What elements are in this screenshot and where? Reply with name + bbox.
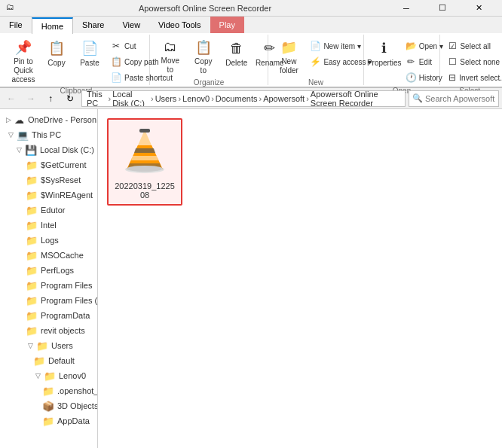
move-to-label: Move to [160,56,181,75]
history-label: History [419,74,442,82]
sidebar-item-perflogs[interactable]: 📁 PerfLogs [0,263,97,278]
folder-icon: 📁 [36,340,48,352]
folder-icon: 📁 [26,279,38,291]
sidebar-item-onedrive[interactable]: ▷ ☁ OneDrive - Person... [0,112,97,127]
properties-button[interactable]: ℹ Properties [369,36,400,77]
maximize-button[interactable]: ☐ [425,0,460,17]
tab-home[interactable]: Home [32,17,73,34]
ribbon-tabs: File Home Share View Video Tools Play [0,17,502,33]
copy-label: Copy [47,59,65,68]
sidebar-label: Default [48,356,75,365]
copy-icon: 📋 [47,39,66,57]
select-none-icon: ☐ [448,56,457,67]
select-none-label: Select none [460,58,500,66]
select-all-icon: ☑ [448,41,457,51]
close-button[interactable]: ✕ [461,0,496,17]
sidebar-item-programfiles[interactable]: 📁 Program Files [0,278,97,293]
paste-shortcut-icon: 📄 [111,72,121,83]
sidebar-item-programdata[interactable]: 📁 ProgramData [0,308,97,323]
sidebar-item-getcurrent[interactable]: 📁 $GetCurrent [0,157,97,172]
sidebar-item-openshotc[interactable]: 📁 .openshot_c... [0,383,97,398]
path-part: This PC [87,90,106,107]
new-folder-label: New folder [278,57,299,75]
folder-icon: 📁 [26,264,38,276]
sidebar-item-edutor[interactable]: 📁 Edutor [0,203,97,218]
cut-label: Cut [124,42,136,50]
delete-icon: 🗑 [228,39,246,57]
folder-icon: 📁 [26,234,38,246]
sidebar-label: PerfLogs [41,266,74,275]
tab-share[interactable]: Share [73,17,113,33]
sidebar-label: Program Files [41,281,92,290]
folder-icon: 📁 [42,415,54,427]
back-button[interactable]: ← [3,90,20,107]
sidebar-item-users[interactable]: ▽ 📁 Users [0,338,97,353]
paste-button[interactable]: 📄 Paste [74,36,106,77]
folder-icon: 📁 [26,189,38,201]
folder-icon: 📁 [26,159,38,171]
sidebar-item-logs[interactable]: 📁 Logs [0,233,97,248]
3dobjects-icon: 📦 [42,400,54,412]
sidebar-item-intel[interactable]: 📁 Intel [0,218,97,233]
folder-icon: 📁 [26,294,38,306]
invert-selection-button[interactable]: ⊟ Invert select... [445,70,494,85]
new-item-label: New item ▾ [323,42,360,50]
folder-icon: 📁 [44,370,56,382]
search-input[interactable] [425,94,495,103]
tab-play[interactable]: Play [210,17,244,33]
sidebar-item-lenov0[interactable]: ▽ 📁 Lenov0 [0,368,97,383]
history-icon: 🕐 [406,72,416,83]
tab-view[interactable]: View [113,17,149,33]
expand-arrow: ▷ [6,115,11,124]
new-item-icon: 📄 [310,41,320,51]
folder-icon: 📁 [26,174,38,186]
move-to-button[interactable]: 🗂 Move to [155,36,186,77]
ribbon-group-open: ℹ Properties 📂 Open ▾ ✏ Edit 🕐 History [364,35,441,85]
tab-videotools[interactable]: Video Tools [149,17,210,33]
pin-to-quick-button[interactable]: 📌 Pin to Quickaccess [8,36,39,77]
sidebar-item-3dobjects[interactable]: 📦 3D Objects [0,398,97,413]
address-path[interactable]: This PC › Local Disk (C:) › Users › Leno… [81,90,406,107]
sidebar-item-sysreset[interactable]: 📁 $SysReset [0,172,97,187]
search-box[interactable]: 🔍 [409,90,499,107]
sidebar-item-default[interactable]: 📁 Default [0,353,97,368]
ribbon-group-select: ☑ Select all ☐ Select none ⊟ Invert sele… [440,35,499,85]
select-none-button[interactable]: ☐ Select none [445,54,494,69]
sidebar-item-thispc[interactable]: ▽ 💻 This PC [0,127,97,142]
forward-button[interactable]: → [23,90,39,107]
new-buttons: 📁 New folder 📄 New item ▾ ⚡ Easy access … [273,36,358,77]
select-all-button[interactable]: ☑ Select all [445,38,494,53]
copy-to-button[interactable]: 📋 Copy to [188,36,219,77]
refresh-button[interactable]: ↻ [62,90,78,107]
delete-button[interactable]: 🗑 Delete [221,36,253,77]
new-label: New [273,77,358,87]
paste-label: Paste [80,59,99,68]
up-button[interactable]: ↑ [42,90,59,107]
sidebar-label: $WinREAgent [41,190,93,200]
folder-icon: 📁 [26,309,38,322]
cut-icon: ✂ [111,41,121,51]
invert-selection-icon: ⊟ [448,72,456,83]
properties-label: Properties [367,59,402,68]
sidebar-item-appdata[interactable]: 📁 AppData [0,413,97,428]
path-part: Local Disk (C:) [112,90,149,107]
sidebar-label: $SysReset [41,175,81,184]
new-folder-button[interactable]: 📁 New folder [273,36,305,77]
sidebar-item-localdisk[interactable]: ▽ 💾 Local Disk (C:) [0,142,97,157]
file-icon-container [118,124,172,178]
path-part: Users [155,94,177,103]
svg-marker-3 [134,148,155,153]
file-item-vlc[interactable]: 20220319_122508 [107,118,182,206]
select-buttons: ☑ Select all ☐ Select none ⊟ Invert sele… [445,36,494,85]
sidebar-item-winreagent[interactable]: 📁 $WinREAgent [0,187,97,203]
ribbon-group-organize: 🗂 Move to 📋 Copy to 🗑 Delete ✏ Rename Or… [150,35,269,85]
ribbon-content: 📌 Pin to Quickaccess 📋 Copy 📄 Paste ✂ [0,33,502,87]
sidebar-item-msocache[interactable]: 📁 MSOCache [0,248,97,263]
easy-access-icon: ⚡ [310,56,320,67]
sidebar-item-programfilesx86[interactable]: 📁 Program Files ( [0,293,97,308]
minimize-button[interactable]: ─ [389,0,424,17]
copy-button[interactable]: 📋 Copy [41,36,72,77]
tab-file[interactable]: File [0,17,32,33]
sidebar-item-revitobjects[interactable]: 📁 revit objects [0,323,97,338]
title-bar: 🗂 Apowersoft Online Screen Recorder ─ ☐ … [0,0,502,17]
